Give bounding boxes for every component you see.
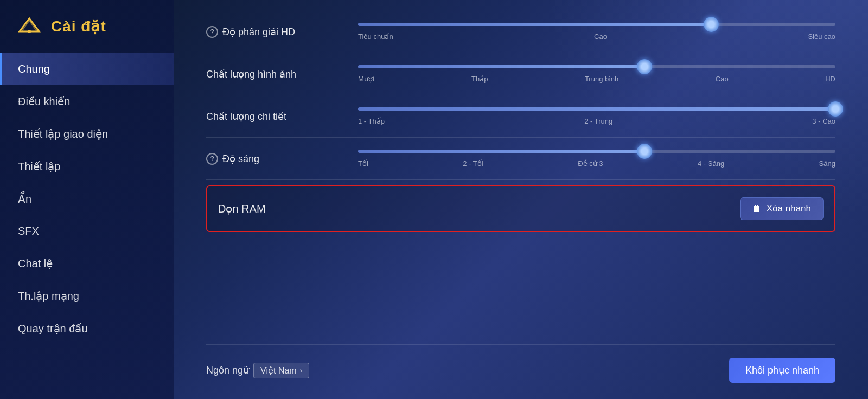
do-sang-help-icon[interactable]: ?: [206, 153, 218, 165]
sidebar-item-thiet-lap-giao-dien[interactable]: Thiết lập giao diện: [0, 118, 174, 150]
sidebar-item-an[interactable]: Ẩn: [0, 183, 174, 215]
chat-luong-chi-tiet-row: Chất lượng chi tiết 1 - Thấp 2 - Trung 3…: [206, 95, 835, 138]
sidebar-item-chat-le[interactable]: Chat lệ: [0, 247, 174, 280]
header: Cài đặt: [0, 0, 174, 48]
app-container: Cài đặt Chung Điều khiển Thiết lập giao …: [0, 0, 868, 399]
language-value-label: Việt Nam: [260, 365, 297, 376]
don-ram-label: Dọn RAM: [218, 202, 740, 215]
sidebar-item-quay-tran-dau[interactable]: Quay trận đấu: [0, 312, 174, 345]
chat-luong-hinh-anh-label: Chất lượng hình ảnh: [206, 68, 347, 80]
sidebar-item-chung[interactable]: Chung: [0, 53, 174, 85]
chat-luong-chi-tiet-slider-labels: 1 - Thấp 2 - Trung 3 - Cao: [358, 117, 835, 125]
do-sang-label: ? Độ sáng: [206, 153, 347, 165]
do-phan-giai-slider-thumb[interactable]: [704, 17, 719, 32]
do-phan-giai-row: ? Độ phân giải HD Tiêu chuẩn Cao Siêu ca…: [206, 11, 835, 53]
chat-luong-hinh-anh-slider-track[interactable]: [358, 65, 835, 68]
do-phan-giai-slider-labels: Tiêu chuẩn Cao Siêu cao: [358, 33, 835, 41]
do-phan-giai-label: ? Độ phân giải HD: [206, 26, 347, 38]
language-prefix-label: Ngôn ngữ: [206, 364, 249, 376]
language-selector: Ngôn ngữ Việt Nam ›: [206, 363, 309, 378]
chat-luong-chi-tiet-slider-container: 1 - Thấp 2 - Trung 3 - Cao: [358, 107, 835, 125]
sidebar: Cài đặt Chung Điều khiển Thiết lập giao …: [0, 0, 174, 399]
nav-menu: Chung Điều khiển Thiết lập giao diện Thi…: [0, 53, 174, 345]
xoa-nhanh-label: Xóa nhanh: [767, 203, 811, 214]
chat-luong-chi-tiet-slider-thumb[interactable]: [828, 101, 843, 117]
chat-luong-hinh-anh-slider-fill: [358, 65, 644, 68]
sidebar-item-sfx[interactable]: SFX: [0, 215, 174, 247]
chat-luong-hinh-anh-slider-thumb[interactable]: [637, 59, 652, 74]
logo-icon: [16, 15, 42, 37]
chat-luong-chi-tiet-label: Chất lượng chi tiết: [206, 111, 347, 123]
do-phan-giai-slider-track[interactable]: [358, 23, 835, 26]
do-phan-giai-slider-fill: [358, 23, 711, 26]
do-sang-slider-track[interactable]: [358, 150, 835, 153]
xoa-nhanh-button[interactable]: 🗑 Xóa nhanh: [740, 197, 824, 220]
do-sang-slider-container: Tối 2 - Tối Đề cử 3 4 - Sáng Sáng: [358, 150, 835, 168]
do-phan-giai-help-icon[interactable]: ?: [206, 26, 218, 38]
chevron-right-icon: ›: [300, 366, 303, 375]
chat-luong-chi-tiet-slider-fill: [358, 107, 835, 111]
chat-luong-hinh-anh-slider-container: Mượt Thấp Trung bình Cao HD: [358, 65, 835, 83]
chat-luong-hinh-anh-row: Chất lượng hình ảnh Mượt Thấp Trung bình…: [206, 53, 835, 95]
main-content: ? Độ phân giải HD Tiêu chuẩn Cao Siêu ca…: [174, 0, 868, 399]
sidebar-item-thiet-lap[interactable]: Thiết lập: [0, 150, 174, 183]
sidebar-item-dieu-khien[interactable]: Điều khiển: [0, 85, 174, 118]
do-sang-slider-thumb[interactable]: [637, 144, 652, 159]
language-badge[interactable]: Việt Nam ›: [253, 363, 309, 378]
do-sang-slider-fill: [358, 150, 644, 153]
don-ram-row: Dọn RAM 🗑 Xóa nhanh: [206, 185, 835, 232]
do-sang-row: ? Độ sáng Tối 2 - Tối Đề cử 3 4 - Sáng S…: [206, 138, 835, 180]
khoi-phuc-nhanh-button[interactable]: Khôi phục nhanh: [729, 358, 835, 383]
do-phan-giai-slider-container: Tiêu chuẩn Cao Siêu cao: [358, 23, 835, 41]
do-sang-slider-labels: Tối 2 - Tối Đề cử 3 4 - Sáng Sáng: [358, 159, 835, 168]
chat-luong-chi-tiet-slider-track[interactable]: [358, 107, 835, 111]
bottom-bar: Ngôn ngữ Việt Nam › Khôi phục nhanh: [206, 344, 835, 388]
svg-point-0: [28, 30, 31, 33]
chat-luong-hinh-anh-slider-labels: Mượt Thấp Trung bình Cao HD: [358, 75, 835, 83]
sidebar-item-th-lap-mang[interactable]: Th.lập mạng: [0, 280, 174, 312]
trash-icon: 🗑: [752, 204, 761, 214]
page-title: Cài đặt: [51, 17, 106, 35]
khoi-phuc-label: Khôi phục nhanh: [745, 365, 819, 376]
